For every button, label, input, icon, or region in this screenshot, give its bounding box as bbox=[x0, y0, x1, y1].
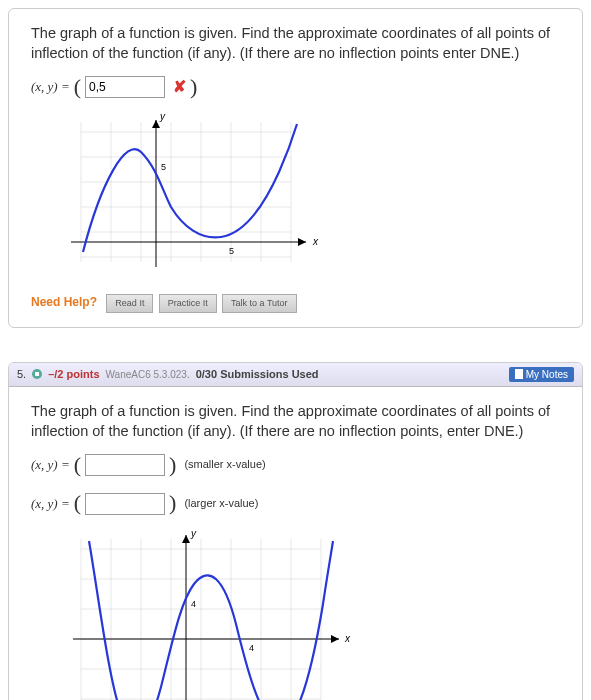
question-prompt: The graph of a function is given. Find t… bbox=[31, 401, 560, 442]
answer-row: (x, y) = ( ✘ ) bbox=[31, 72, 560, 103]
eye-icon bbox=[32, 369, 42, 379]
answer-row-2: (x, y) = ( ) (larger x-value) bbox=[31, 488, 560, 519]
xy-label: (x, y) = bbox=[31, 456, 70, 474]
svg-text:y: y bbox=[159, 112, 166, 122]
svg-text:x: x bbox=[312, 236, 319, 247]
graph-2: x y 4 4 bbox=[61, 529, 560, 700]
question-number: 5. bbox=[17, 368, 26, 380]
svg-marker-41 bbox=[182, 535, 190, 543]
source-label: WaneAC6 5.3.023. bbox=[106, 369, 190, 380]
chart-svg-2: x y 4 4 bbox=[61, 529, 361, 700]
xy-label: (x, y) = bbox=[31, 78, 70, 96]
hint-larger: (larger x-value) bbox=[184, 496, 258, 511]
incorrect-icon: ✘ bbox=[173, 76, 186, 98]
need-help-label: Need Help? bbox=[31, 295, 97, 309]
question-prompt: The graph of a function is given. Find t… bbox=[31, 23, 560, 64]
answer-input-1[interactable] bbox=[85, 454, 165, 476]
svg-text:5: 5 bbox=[161, 162, 166, 172]
answer-input[interactable] bbox=[85, 76, 165, 98]
svg-marker-39 bbox=[331, 635, 339, 643]
svg-marker-17 bbox=[152, 120, 160, 128]
question-5-header: 5. –/2 points WaneAC6 5.3.023. 0/30 Subm… bbox=[9, 363, 582, 387]
question-4-body: The graph of a function is given. Find t… bbox=[9, 9, 582, 327]
hint-smaller: (smaller x-value) bbox=[184, 457, 265, 472]
close-paren: ) bbox=[190, 72, 197, 103]
graph-1: x y 5 5 bbox=[61, 112, 560, 282]
help-row: Need Help? Read It Practice It Talk to a… bbox=[31, 294, 560, 313]
talk-tutor-button[interactable]: Talk to a Tutor bbox=[222, 294, 297, 313]
read-it-button[interactable]: Read It bbox=[106, 294, 153, 313]
question-4: The graph of a function is given. Find t… bbox=[8, 8, 583, 328]
submissions-label: 0/30 Submissions Used bbox=[196, 368, 319, 380]
practice-it-button[interactable]: Practice It bbox=[159, 294, 217, 313]
svg-text:4: 4 bbox=[249, 643, 254, 653]
note-icon bbox=[515, 369, 523, 379]
svg-marker-15 bbox=[298, 238, 306, 246]
svg-text:4: 4 bbox=[191, 599, 196, 609]
question-5-body: The graph of a function is given. Find t… bbox=[9, 387, 582, 700]
chart-svg-1: x y 5 5 bbox=[61, 112, 321, 282]
open-paren: ( bbox=[74, 72, 81, 103]
xy-label: (x, y) = bbox=[31, 495, 70, 513]
svg-text:y: y bbox=[190, 529, 197, 539]
answer-row-1: (x, y) = ( ) (smaller x-value) bbox=[31, 450, 560, 481]
answer-input-2[interactable] bbox=[85, 493, 165, 515]
points-label: –/2 points bbox=[48, 368, 99, 380]
question-5: 5. –/2 points WaneAC6 5.3.023. 0/30 Subm… bbox=[8, 362, 583, 700]
svg-text:5: 5 bbox=[229, 246, 234, 256]
my-notes-button[interactable]: My Notes bbox=[509, 367, 574, 382]
svg-text:x: x bbox=[344, 633, 351, 644]
